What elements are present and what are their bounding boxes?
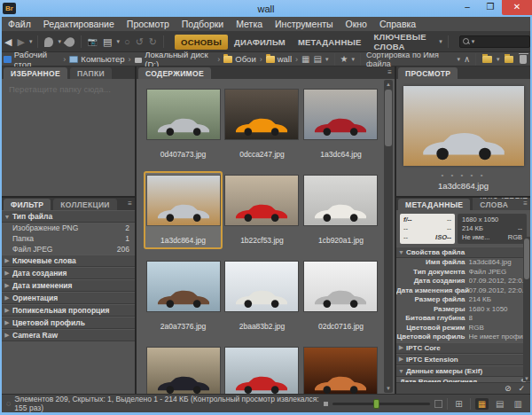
scroll-up-icon[interactable]: ▲	[384, 80, 393, 89]
thumbnail-cell[interactable]: 02dc0716.jpg	[301, 257, 380, 335]
thumbnail-cell[interactable]: 2a0a7376.jpg	[144, 257, 223, 335]
filter-group-header[interactable]: ▶ Цветовой профиль	[2, 317, 135, 329]
filter-group-header[interactable]: ▼ Тип файла	[2, 210, 135, 223]
rating-dots[interactable]: • • • • •	[442, 171, 486, 179]
workspace-tab[interactable]: ОСНОВЫ	[175, 35, 228, 50]
camera-import-icon[interactable]: 📷	[85, 37, 100, 46]
search-dropdown-icon[interactable]: ▾	[470, 38, 477, 45]
tab-keywords[interactable]: КЛЮЧЕВЫЕ СЛОВА	[473, 198, 530, 210]
workspace-dropdown-icon[interactable]: ▾	[437, 38, 444, 45]
thumbnail-cell[interactable]: 1a3dc64.jpg	[301, 85, 380, 163]
view-details-button[interactable]: ▤	[493, 398, 506, 410]
workspace-tab[interactable]: МЕТАДАННЫЕ	[292, 35, 368, 50]
menu-item[interactable]: Файл	[2, 17, 37, 31]
breadcrumb-item[interactable]: wall	[264, 54, 293, 64]
thumbnail-cell[interactable]: 2baa83b2.jpg	[223, 257, 301, 335]
history-dropdown-icon[interactable]: ▾	[27, 38, 35, 45]
filter-item[interactable]: Изображение PNG2	[2, 223, 135, 233]
search-input[interactable]: ▾	[459, 35, 530, 48]
filter-group-header[interactable]: ▶ Попиксельная пропорция	[2, 304, 135, 317]
refine-dropdown-icon[interactable]: ▾	[114, 38, 121, 45]
thumbnail-quality-icon[interactable]: ▤	[312, 54, 324, 64]
metadata-section-header[interactable]: ▶ IPTC Core	[396, 342, 530, 354]
filter-item[interactable]: Файл JPEG206	[2, 244, 135, 254]
tab-folders[interactable]: ПАПКИ	[70, 67, 112, 79]
refine-icon[interactable]: ▤	[100, 36, 114, 48]
sort-label[interactable]: Сортировка по Имя файла	[364, 51, 456, 68]
star-dropdown-icon[interactable]: ▾	[349, 56, 356, 63]
view-thumbnails-button[interactable]: ▦	[475, 398, 489, 410]
maximize-button[interactable]: ❐	[479, 0, 502, 15]
scroll-down-icon[interactable]: ▼	[523, 376, 530, 381]
thumbnail-cell[interactable]: 0d407a73.jpg	[144, 85, 223, 163]
large-thumbnails-icon[interactable]	[434, 400, 442, 408]
filter-item[interactable]: Папка1	[2, 233, 135, 244]
titlebar: Br wall – ❐ ✕	[0, 0, 532, 17]
back-icon[interactable]: ◀	[2, 36, 14, 48]
file-info-placard: 1680 x 1050 214 КБ-- Не име...RGB	[458, 214, 527, 244]
quality-dropdown-icon[interactable]: ▾	[324, 56, 331, 63]
rotate-right-icon[interactable]: ↻	[146, 36, 160, 48]
scroll-down-icon[interactable]: ▼	[384, 384, 393, 393]
open-folder-icon[interactable]	[482, 56, 492, 63]
tab-content[interactable]: СОДЕРЖИМОЕ	[138, 67, 211, 79]
trash-icon[interactable]	[520, 55, 527, 64]
view-list-button[interactable]: ▥	[512, 398, 525, 410]
filter-group-header[interactable]: ▶ Camera Raw	[2, 329, 135, 341]
metadata-property: Дата изменения фай...07.09.2012, 22:0...	[396, 286, 530, 296]
camera-raw-icon[interactable]	[64, 35, 77, 49]
thumbnail-cell[interactable]: 1b22cf53.jpg	[223, 171, 301, 249]
thumbnail-cell[interactable]: 3c7a4878.jpg	[144, 343, 223, 394]
menu-item[interactable]: Просмотр	[121, 17, 176, 31]
minimize-button[interactable]: –	[456, 0, 479, 15]
filter-group-header[interactable]: ▶ Ключевые слова	[2, 254, 135, 267]
thumbnail-cell[interactable]: 3f8d0b79.jpg	[223, 343, 301, 394]
workspace-tab[interactable]: ДИАФИЛЬМ	[228, 35, 292, 50]
apply-icon[interactable]: ✓	[518, 384, 525, 393]
metadata-panel-menu-icon[interactable]: ≡	[523, 200, 528, 208]
boomerang-icon[interactable]	[44, 37, 53, 47]
rotate-left-icon[interactable]: ↺	[133, 36, 146, 48]
metadata-section-header[interactable]: ▼ Данные камеры (Exif)	[396, 365, 530, 377]
tab-preview[interactable]: ПРОСМОТР	[398, 67, 458, 79]
tab-collections[interactable]: КОЛЛЕКЦИИ	[53, 199, 117, 210]
star-filter-icon[interactable]: ★	[339, 54, 350, 64]
tab-filter[interactable]: ФИЛЬТР	[4, 199, 51, 210]
filter-group-header[interactable]: ▶ Дата изменения	[2, 279, 135, 292]
thumbnail-size-slider[interactable]	[332, 403, 430, 405]
tab-metadata[interactable]: МЕТАДАННЫЕ	[398, 199, 470, 210]
file-properties-header[interactable]: ▼ Свойства файла	[396, 247, 530, 258]
reject-icon[interactable]: ⊘	[505, 384, 512, 393]
grid-lock-button[interactable]: ⊞	[452, 398, 465, 410]
metadata-property: Цветовой режимRGB	[396, 324, 530, 333]
slider-knob[interactable]	[373, 399, 379, 409]
breadcrumb-item[interactable]: Обои	[222, 54, 257, 64]
thumbnail-cell[interactable]: 0dcca247.jpg	[223, 85, 301, 163]
new-folder-icon[interactable]	[505, 56, 514, 63]
output-icon[interactable]: ○	[121, 36, 133, 47]
forward-icon[interactable]: ▶	[14, 36, 27, 48]
content-panel-menu-icon[interactable]: ≡	[387, 68, 392, 76]
tab-favorites[interactable]: ИЗБРАННОЕ	[4, 67, 67, 79]
thumbnail-cell[interactable]: 1cb920a1.jpg	[301, 171, 380, 249]
open-dropdown-icon[interactable]: ▾	[495, 56, 502, 63]
boomerang-dropdown-icon[interactable]: ▾	[56, 38, 63, 45]
metadata-scrollbar[interactable]: ▼	[523, 237, 530, 381]
panel-menu-icon[interactable]: ≡	[128, 200, 132, 208]
filter-group-header[interactable]: ▶ Дата создания	[2, 267, 135, 279]
filter-group-header[interactable]: ▶ Ориентация	[2, 292, 135, 304]
thumbnail-cell[interactable]: 4bcc4354.jpg	[301, 343, 380, 394]
close-button[interactable]: ✕	[502, 0, 532, 15]
content-scrollbar[interactable]: ▲ ▼	[384, 80, 393, 393]
metadata-section-header[interactable]: ▶ IPTC Extension	[396, 354, 530, 365]
sort-dropdown-icon[interactable]: ▾	[456, 56, 463, 63]
scrollbar-thumb[interactable]	[385, 90, 392, 146]
car-graphic	[311, 372, 370, 394]
breadcrumb-item[interactable]: Компьютер	[67, 54, 126, 64]
thumbnail-view-icon[interactable]: ▦	[300, 54, 311, 64]
crumb-separator: ›	[258, 55, 264, 64]
menu-item[interactable]: Редактирование	[37, 17, 121, 31]
small-thumbnails-icon[interactable]	[324, 402, 328, 406]
sort-ascending-icon[interactable]: ∧	[462, 54, 472, 64]
thumbnail-cell[interactable]: 1a3dc864.jpg	[144, 171, 223, 249]
